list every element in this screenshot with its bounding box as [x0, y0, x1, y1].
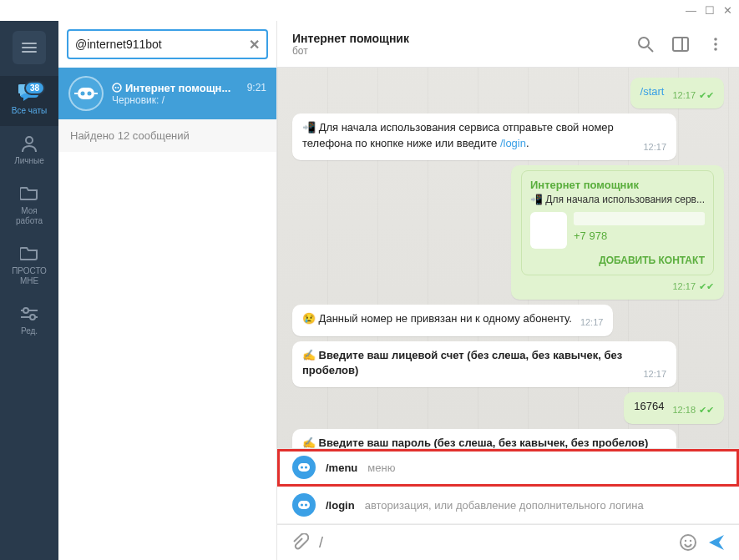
nav-just-me[interactable]: ПРОСТО МНЕ: [0, 236, 58, 296]
svg-rect-23: [298, 501, 310, 509]
svg-point-24: [301, 503, 303, 506]
search-input[interactable]: [75, 38, 249, 51]
nav-label: Личные: [14, 156, 44, 166]
svg-point-7: [88, 92, 92, 96]
message-composer: [277, 524, 739, 560]
svg-point-10: [113, 83, 121, 92]
left-navbar: 38 Все чаты Личные Моя работа ПРОСТО МНЕ: [0, 21, 58, 560]
svg-line-14: [648, 47, 653, 52]
svg-point-18: [714, 43, 717, 46]
svg-point-19: [714, 48, 717, 51]
suggestion-command: /menu: [326, 462, 357, 474]
message-out[interactable]: 16764 12:18✔✔: [624, 392, 724, 423]
suggestion-description: авторизация, или добавление дополнительн…: [365, 499, 644, 512]
emoji-icon[interactable]: [679, 533, 697, 552]
svg-point-6: [81, 92, 85, 96]
svg-point-25: [305, 503, 307, 506]
suggestion-description: меню: [367, 462, 395, 474]
svg-point-27: [685, 540, 686, 542]
contact-phone: +7 978: [574, 229, 705, 244]
chat-header-subtitle: бот: [292, 45, 409, 57]
read-ticks-icon: ✔✔: [699, 404, 714, 416]
chat-subtitle: Черновик: /: [112, 94, 266, 106]
attach-icon[interactable]: [291, 533, 309, 552]
svg-rect-20: [298, 463, 310, 472]
nav-personal[interactable]: Личные: [0, 126, 58, 176]
messages-list[interactable]: /start 12:17✔✔ 📲 Для начала использовани…: [277, 68, 739, 448]
clear-search-icon[interactable]: ✕: [249, 37, 260, 53]
svg-point-0: [26, 137, 33, 144]
contact-preview: 📲 Для начала использования серв...: [530, 193, 705, 207]
svg-point-12: [118, 87, 119, 88]
nav-all-chats[interactable]: 38 Все чаты: [0, 76, 58, 126]
suggestion-command: /login: [326, 499, 355, 512]
chat-title: Интернет помощн...: [112, 82, 230, 94]
svg-point-11: [115, 87, 117, 88]
nav-label: ПРОСТО МНЕ: [12, 266, 47, 286]
svg-point-28: [690, 540, 691, 542]
nav-edit[interactable]: Ред.: [0, 296, 58, 346]
svg-point-26: [681, 535, 696, 550]
contact-name: Интернет помощник: [530, 178, 705, 193]
chats-panel: ✕ Интернет помощн... 9:21 Черновик: / На…: [58, 21, 277, 560]
svg-rect-5: [78, 88, 94, 99]
close-icon[interactable]: ✕: [723, 4, 732, 17]
search-box[interactable]: ✕: [67, 29, 268, 59]
message-in[interactable]: ✍️ Введите ваш лицевой счет (без слеша, …: [292, 341, 676, 388]
suggestion-menu[interactable]: /menu меню: [277, 449, 739, 487]
chat-header-title: Интернет помощник: [292, 32, 409, 45]
svg-point-13: [639, 38, 649, 48]
folder-icon: [18, 184, 40, 203]
bot-avatar-icon: [292, 493, 316, 517]
bot-avatar-icon: [292, 456, 316, 479]
nav-label: Ред.: [21, 326, 38, 336]
bot-badge-icon: [112, 83, 122, 93]
chat-time: 9:21: [247, 82, 266, 93]
nav-label: Все чаты: [12, 106, 47, 116]
maximize-icon[interactable]: ☐: [705, 4, 715, 17]
nav-my-work[interactable]: Моя работа: [0, 176, 58, 236]
search-icon[interactable]: [637, 36, 654, 53]
more-icon[interactable]: [707, 36, 724, 53]
suggestion-login[interactable]: /login авторизация, или добавление допол…: [277, 487, 739, 524]
chat-area: Интернет помощник бот /start 12:17✔✔ 📲 Д…: [277, 21, 739, 560]
svg-rect-15: [673, 38, 688, 51]
sidepanel-icon[interactable]: [672, 36, 689, 53]
contact-avatar: [530, 212, 567, 249]
message-input[interactable]: [319, 534, 669, 552]
folder-icon: [18, 245, 40, 263]
chat-list-item[interactable]: Интернет помощн... 9:21 Черновик: /: [58, 68, 276, 119]
svg-point-2: [23, 308, 28, 313]
add-contact-button[interactable]: ДОБАВИТЬ КОНТАКТ: [530, 254, 705, 268]
message-contact-card[interactable]: Интернет помощник 📲 Для начала использов…: [511, 165, 724, 300]
person-icon: [18, 134, 40, 153]
svg-point-4: [30, 315, 35, 320]
chat-header: Интернет помощник бот: [277, 21, 739, 68]
svg-point-17: [714, 38, 717, 41]
svg-point-22: [305, 466, 307, 468]
read-ticks-icon: ✔✔: [699, 89, 714, 102]
svg-point-21: [301, 466, 303, 468]
command-suggestions: /menu меню /login авторизация, или добав…: [277, 448, 739, 524]
window-titlebar: ― ☐ ✕: [0, 0, 739, 21]
menu-button[interactable]: [13, 31, 46, 64]
message-in[interactable]: 😢 Данный номер не привязан ни к одному а…: [292, 305, 613, 335]
read-ticks-icon: ✔✔: [699, 280, 714, 293]
message-in[interactable]: ✍️ Введите ваш пароль (без слеша, без ка…: [292, 429, 676, 449]
message-out[interactable]: /start 12:17✔✔: [630, 78, 724, 108]
minimize-icon[interactable]: ―: [686, 4, 696, 17]
unread-badge: 38: [24, 81, 45, 95]
send-icon[interactable]: [707, 533, 726, 552]
nav-label: Моя работа: [16, 206, 43, 226]
hamburger-icon: [22, 43, 37, 53]
search-results-header: Найдено 12 сообщений: [58, 119, 276, 152]
message-in[interactable]: 📲 Для начала использования сервиса отпра…: [292, 114, 676, 160]
sliders-icon: [18, 305, 40, 323]
bot-avatar-icon: [68, 76, 104, 111]
